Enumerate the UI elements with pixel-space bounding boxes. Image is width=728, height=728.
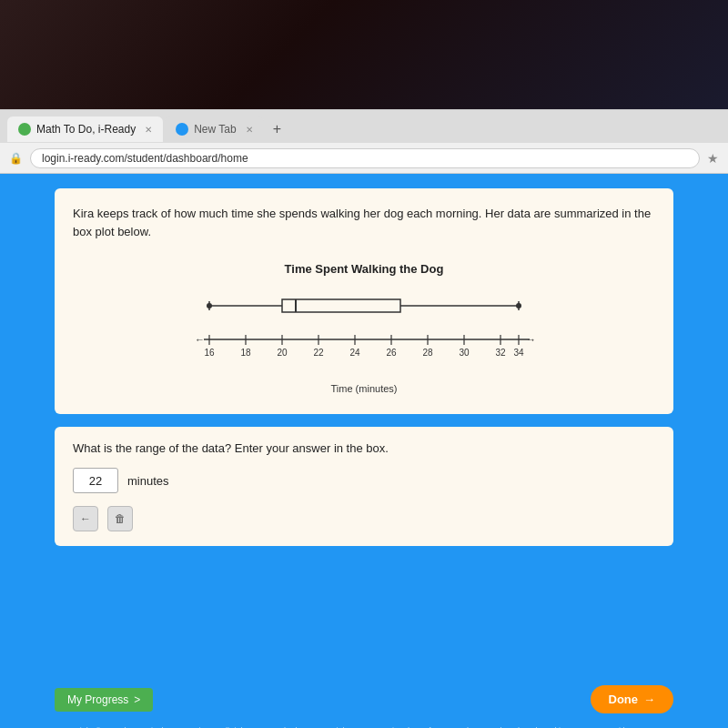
delete-button[interactable]: 🗑	[107, 506, 133, 531]
svg-point-6	[207, 303, 212, 308]
browser-chrome: Math To Do, i-Ready ✕ New Tab ✕ + 🔒 logi…	[0, 109, 728, 174]
delete-icon: 🗑	[115, 512, 126, 525]
answer-card: What is the range of the data? Enter you…	[55, 427, 673, 546]
tab-newtab-label: New Tab	[194, 123, 236, 136]
tab-newtab-icon	[176, 123, 188, 136]
address-input[interactable]: login.i-ready.com/student/dashboard/home	[30, 148, 700, 168]
tab-newtab[interactable]: New Tab ✕	[165, 116, 263, 142]
my-progress-label: My Progress	[67, 693, 128, 706]
address-bar: 🔒 login.i-ready.com/student/dashboard/ho…	[0, 143, 728, 174]
svg-text:24: 24	[349, 348, 360, 358]
star-icon[interactable]: ★	[707, 151, 719, 166]
tab-iready-icon	[18, 123, 31, 136]
number-line: ← → 16 18 20 22 24	[191, 330, 537, 363]
tab-newtab-close[interactable]: ✕	[246, 125, 253, 135]
bottom-bar: My Progress > Done →	[0, 676, 728, 723]
tab-iready-close[interactable]: ✕	[145, 125, 152, 135]
main-content: Kira keeps track of how much time she sp…	[0, 174, 728, 683]
tab-bar: Math To Do, i-Ready ✕ New Tab ✕ +	[0, 110, 728, 143]
plot-title: Time Spent Walking the Dog	[285, 262, 444, 276]
svg-point-7	[516, 303, 521, 308]
back-button[interactable]: ←	[73, 506, 98, 531]
my-progress-arrow: >	[134, 693, 140, 706]
done-button[interactable]: Done →	[591, 685, 674, 713]
footer: Copyright © 2021 by Curriculum Associate…	[0, 723, 728, 728]
svg-text:28: 28	[422, 348, 433, 358]
answer-row: 22 minutes	[73, 468, 655, 493]
svg-text:16: 16	[204, 348, 215, 358]
tab-iready-label: Math To Do, i-Ready	[36, 123, 136, 136]
svg-text:→: →	[526, 334, 536, 345]
answer-input[interactable]: 22	[73, 468, 118, 493]
svg-text:34: 34	[513, 348, 524, 358]
svg-text:22: 22	[313, 348, 324, 358]
answer-value: 22	[89, 474, 102, 488]
new-tab-button[interactable]: +	[266, 121, 288, 137]
axis-label: Time (minutes)	[331, 383, 398, 394]
plot-area: Time Spent Walking the Dog	[73, 253, 655, 398]
answer-controls: ← 🗑	[73, 506, 655, 531]
box-plot-svg	[191, 292, 537, 329]
back-arrow-icon: ←	[80, 512, 91, 525]
my-progress-button[interactable]: My Progress >	[55, 688, 153, 712]
done-label: Done	[609, 693, 639, 706]
top-background	[0, 0, 728, 109]
lock-icon: 🔒	[9, 152, 23, 165]
tab-iready[interactable]: Math To Do, i-Ready ✕	[7, 116, 163, 142]
svg-text:20: 20	[277, 348, 288, 358]
svg-rect-2	[282, 299, 400, 312]
svg-text:32: 32	[495, 348, 506, 358]
answer-question-text: What is the range of the data? Enter you…	[73, 441, 655, 455]
question-card: Kira keeps track of how much time she sp…	[55, 188, 673, 414]
svg-text:18: 18	[240, 348, 251, 358]
svg-text:30: 30	[459, 348, 470, 358]
done-arrow-icon: →	[643, 693, 655, 706]
svg-text:←: ←	[195, 334, 205, 345]
question-text: Kira keeps track of how much time she sp…	[73, 205, 655, 240]
answer-unit: minutes	[127, 474, 169, 488]
svg-text:26: 26	[386, 348, 397, 358]
